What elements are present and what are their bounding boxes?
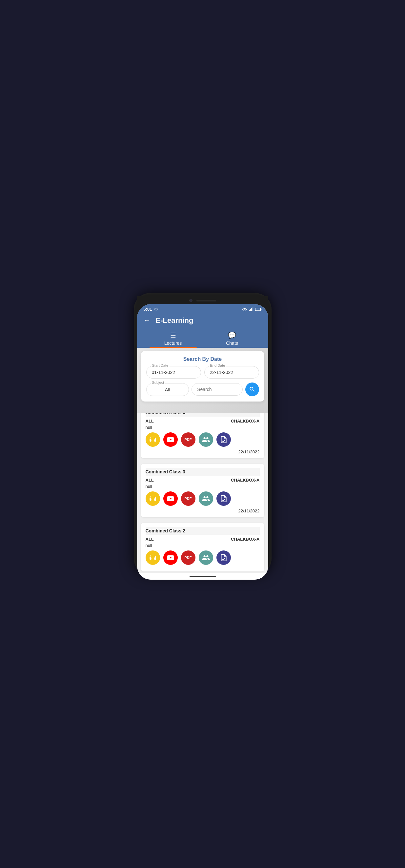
subject-input[interactable] bbox=[146, 383, 189, 396]
tab-chats-label: Chats bbox=[226, 341, 238, 346]
pdf-icon-3[interactable]: PDF bbox=[181, 551, 195, 565]
youtube-icon-1[interactable] bbox=[163, 432, 178, 447]
page-title: E-Learning bbox=[156, 316, 193, 325]
audio-icon-1[interactable] bbox=[146, 432, 160, 447]
notes-icon-3[interactable] bbox=[216, 551, 231, 565]
search-button[interactable] bbox=[245, 382, 259, 396]
search-row: Subject bbox=[146, 382, 259, 396]
search-icon bbox=[249, 386, 255, 393]
start-date-input[interactable] bbox=[146, 366, 201, 378]
audio-icon-3[interactable] bbox=[146, 551, 160, 565]
tab-bar: ☰ Lectures 💬 Chats bbox=[144, 329, 262, 348]
youtube-icon-3[interactable] bbox=[163, 551, 178, 565]
class-card-3: Combined Class 2 ALL CHALKBOX-A null bbox=[141, 523, 264, 571]
battery-icon bbox=[255, 307, 262, 311]
notes-icon-1[interactable] bbox=[216, 432, 231, 447]
svg-rect-7 bbox=[255, 308, 260, 310]
class-date-2: 22/11/2022 bbox=[146, 508, 260, 514]
audio-icon-2[interactable] bbox=[146, 491, 160, 506]
home-indicator bbox=[190, 576, 216, 577]
tab-lectures[interactable]: ☰ Lectures bbox=[144, 329, 202, 348]
end-date-input[interactable] bbox=[204, 366, 259, 378]
end-date-label: End Date bbox=[209, 364, 227, 367]
class-name-2: Combined Class 3 bbox=[146, 468, 260, 476]
class-all-3: ALL bbox=[146, 537, 154, 541]
search-input-wrap bbox=[191, 383, 242, 396]
speaker bbox=[196, 300, 216, 302]
date-row: Start Date End Date bbox=[146, 366, 259, 378]
start-date-label: Start Date bbox=[151, 364, 170, 367]
people-icon-1[interactable] bbox=[199, 432, 213, 447]
search-card-title: Search By Date bbox=[146, 356, 259, 362]
bottom-bar bbox=[137, 573, 268, 580]
svg-rect-6 bbox=[261, 308, 261, 310]
status-bar: 6:01 ⚙ bbox=[137, 304, 268, 313]
main-content: BACK TO SCHOOL Search By Date Start Date… bbox=[137, 348, 268, 573]
divider-2 bbox=[141, 520, 264, 520]
class-meta-1: ALL CHALKBOX-A bbox=[146, 418, 260, 424]
class-meta-2: ALL CHALKBOX-A bbox=[146, 477, 260, 483]
svg-rect-1 bbox=[249, 310, 250, 311]
tab-lectures-label: Lectures bbox=[164, 341, 182, 346]
wifi-icon bbox=[242, 307, 247, 311]
class-chalkbox-1: CHALKBOX-A bbox=[231, 418, 259, 424]
class-null-2: null bbox=[146, 484, 260, 489]
status-time: 6:01 bbox=[144, 307, 152, 312]
notes-icon-2[interactable] bbox=[216, 491, 231, 506]
people-icon-2[interactable] bbox=[199, 491, 213, 506]
subject-label: Subject bbox=[151, 380, 166, 384]
class-null-1: null bbox=[146, 425, 260, 430]
class-card-2: Combined Class 3 ALL CHALKBOX-A null bbox=[141, 464, 264, 517]
end-date-field: End Date bbox=[204, 366, 259, 378]
class-meta-3: ALL CHALKBOX-A bbox=[146, 537, 260, 541]
class-null-3: null bbox=[146, 543, 260, 548]
svg-rect-3 bbox=[251, 308, 252, 311]
search-card: Search By Date Start Date End Date Subje… bbox=[141, 351, 264, 402]
divider-1 bbox=[141, 461, 264, 461]
status-icons bbox=[242, 307, 262, 311]
class-date-1: 22/11/2022 bbox=[146, 450, 260, 454]
tab-chats[interactable]: 💬 Chats bbox=[202, 329, 262, 348]
class-chalkbox-2: CHALKBOX-A bbox=[231, 477, 259, 483]
pdf-icon-2[interactable]: PDF bbox=[181, 491, 195, 506]
search-input[interactable] bbox=[191, 383, 242, 396]
start-date-field: Start Date bbox=[146, 366, 201, 378]
class-icons-2: PDF bbox=[146, 491, 260, 506]
class-all-1: ALL bbox=[146, 418, 154, 424]
youtube-icon-2[interactable] bbox=[163, 491, 178, 506]
class-name-3: Combined Class 2 bbox=[146, 527, 260, 535]
svg-point-0 bbox=[244, 311, 245, 311]
settings-icon: ⚙ bbox=[154, 307, 158, 312]
people-icon-3[interactable] bbox=[199, 551, 213, 565]
class-icons-3: PDF bbox=[146, 551, 260, 565]
header: ← E-Learning ☰ Lectures 💬 Chats bbox=[137, 313, 268, 348]
subject-field: Subject bbox=[146, 383, 189, 396]
chats-icon: 💬 bbox=[228, 331, 236, 339]
svg-rect-2 bbox=[250, 309, 251, 311]
svg-rect-4 bbox=[252, 307, 253, 311]
back-button[interactable]: ← bbox=[144, 316, 151, 325]
lectures-icon: ☰ bbox=[170, 331, 176, 339]
pdf-icon-1[interactable]: PDF bbox=[181, 432, 195, 447]
class-icons-1: PDF bbox=[146, 432, 260, 447]
signal-icon bbox=[249, 307, 253, 311]
camera bbox=[189, 299, 192, 302]
class-chalkbox-3: CHALKBOX-A bbox=[231, 537, 259, 541]
class-all-2: ALL bbox=[146, 477, 154, 483]
